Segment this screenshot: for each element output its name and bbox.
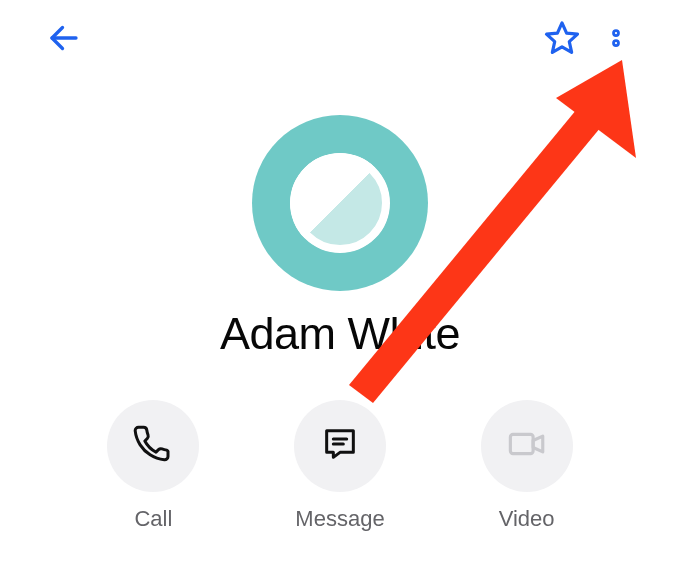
svg-marker-7	[533, 436, 543, 452]
message-icon	[320, 424, 360, 468]
back-button[interactable]	[40, 16, 88, 64]
star-outline-icon	[543, 19, 581, 61]
call-button[interactable]: Call	[107, 400, 199, 532]
phone-icon	[133, 424, 173, 468]
favorite-button[interactable]	[538, 16, 586, 64]
message-label: Message	[295, 506, 384, 532]
more-menu-button[interactable]	[592, 16, 640, 64]
video-button[interactable]: Video	[481, 400, 573, 532]
contact-name: Adam White	[0, 308, 680, 360]
call-label: Call	[134, 506, 172, 532]
svg-rect-6	[510, 434, 533, 453]
action-row: Call Message Video	[0, 400, 680, 532]
video-icon	[506, 423, 548, 469]
svg-point-2	[614, 31, 619, 36]
contact-avatar[interactable]	[252, 115, 428, 291]
blocked-placeholder-icon	[290, 153, 390, 253]
svg-marker-1	[546, 23, 577, 52]
message-button[interactable]: Message	[294, 400, 386, 532]
top-bar	[0, 0, 680, 80]
arrow-left-icon	[46, 20, 82, 60]
svg-point-3	[614, 41, 619, 46]
video-label: Video	[499, 506, 555, 532]
more-vertical-icon	[601, 23, 631, 57]
